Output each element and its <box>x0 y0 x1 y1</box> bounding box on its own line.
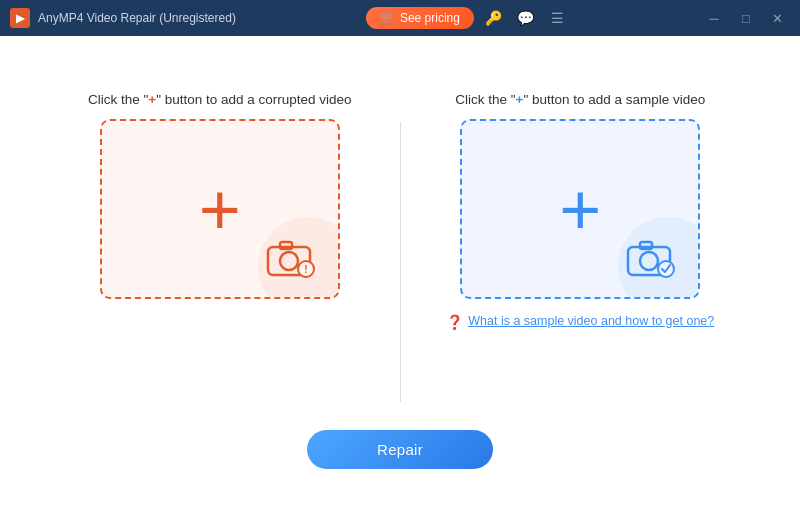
svg-point-1 <box>280 252 298 270</box>
panels-container: Click the "+" button to add a corrupted … <box>60 92 740 402</box>
sample-panel-label: Click the "+" button to add a sample vid… <box>455 92 705 107</box>
menu-icon-button[interactable]: ☰ <box>546 6 570 30</box>
sample-video-dropzone[interactable]: + <box>460 119 700 299</box>
title-bar-left: ▶ AnyMP4 Video Repair (Unregistered) <box>10 8 236 28</box>
sample-video-helper-text[interactable]: What is a sample video and how to get on… <box>468 313 714 331</box>
minimize-button[interactable]: ─ <box>700 6 728 30</box>
svg-text:!: ! <box>304 264 307 275</box>
svg-rect-7 <box>640 242 652 249</box>
sample-dropzone-inner: + <box>462 121 698 297</box>
app-icon: ▶ <box>10 8 30 28</box>
panel-divider <box>400 122 401 402</box>
app-title: AnyMP4 Video Repair (Unregistered) <box>38 11 236 25</box>
corrupted-label-pre: Click the " <box>88 92 148 107</box>
corrupted-video-dropzone[interactable]: + ! <box>100 119 340 299</box>
sample-video-helper-link[interactable]: ❓ What is a sample video and how to get … <box>446 313 714 331</box>
maximize-button[interactable]: □ <box>732 6 760 30</box>
corrupted-video-panel: Click the "+" button to add a corrupted … <box>60 92 380 299</box>
sample-label-post: " button to add a sample video <box>523 92 705 107</box>
svg-rect-2 <box>280 242 292 249</box>
svg-point-6 <box>640 252 658 270</box>
corrupted-add-plus-icon: + <box>199 173 241 245</box>
corrupted-label-post: " button to add a corrupted video <box>156 92 351 107</box>
sample-add-plus-icon: + <box>559 173 601 245</box>
close-button[interactable]: ✕ <box>764 6 792 30</box>
corrupted-plus-sign: + <box>148 92 156 107</box>
sample-camera-badge <box>626 237 678 279</box>
sample-label-pre: Click the " <box>455 92 515 107</box>
corrupted-dropzone-inner: + ! <box>102 121 338 297</box>
help-circle-icon: ❓ <box>446 314 463 330</box>
corrupted-camera-badge: ! <box>266 237 318 279</box>
key-icon-button[interactable]: 🔑 <box>482 6 506 30</box>
see-pricing-button[interactable]: 🛒 See pricing <box>366 7 474 29</box>
main-content: Click the "+" button to add a corrupted … <box>0 36 800 524</box>
window-controls: ─ □ ✕ <box>700 6 792 30</box>
sample-video-panel: Click the "+" button to add a sample vid… <box>421 92 741 331</box>
cart-icon: 🛒 <box>380 11 395 25</box>
title-bar: ▶ AnyMP4 Video Repair (Unregistered) 🛒 S… <box>0 0 800 36</box>
chat-icon-button[interactable]: 💬 <box>514 6 538 30</box>
see-pricing-label: See pricing <box>400 11 460 25</box>
repair-button[interactable]: Repair <box>307 430 493 469</box>
title-bar-center: 🛒 See pricing 🔑 💬 ☰ <box>366 6 570 30</box>
corrupted-panel-label: Click the "+" button to add a corrupted … <box>88 92 352 107</box>
